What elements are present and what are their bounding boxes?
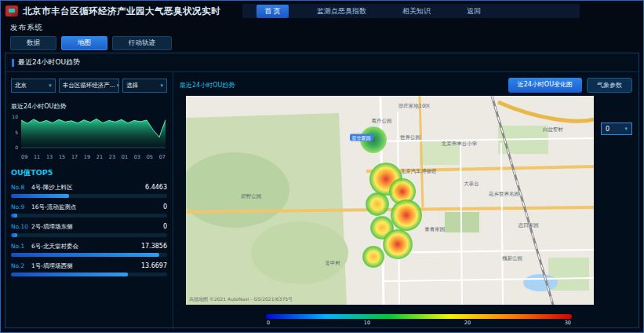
heatmap-blob <box>383 229 413 259</box>
map-place-label: 恋日家园 <box>518 221 539 229</box>
trend-chart: 1050 091113151719212301030507 <box>11 114 167 160</box>
tab-data[interactable]: 数据 <box>10 36 56 50</box>
station-name: 2号-填埋场东侧 <box>31 223 160 231</box>
left-panel: 北京 ▾ 丰台区循环经济产... ▾ 选择 ▾ 最近24小时OU趋势 1050 <box>5 72 173 329</box>
progress-track <box>11 194 167 198</box>
top-navigation: 首 页 监测点恶臭指数 相关知识 返回 <box>242 4 580 18</box>
map-level-select[interactable]: 0 ▾ <box>601 123 632 135</box>
map-place-label: 看丹公园 <box>372 117 392 124</box>
top5-row: No.8 4号-降沙上料区 6.4463 <box>11 184 167 198</box>
progress-fill <box>11 194 69 198</box>
nav-item-home[interactable]: 首 页 <box>257 5 289 18</box>
top5-title: OU值TOP5 <box>11 168 167 178</box>
tab-track[interactable]: 行动轨迹 <box>112 36 172 50</box>
nav-item-back[interactable]: 返回 <box>459 5 489 18</box>
chevron-down-icon: ▾ <box>117 82 120 89</box>
map-title: 最近24小时OU趋势 <box>180 81 235 90</box>
trend-area-chart <box>20 114 167 150</box>
legend-tick-label: 30 <box>565 320 571 326</box>
city-select[interactable]: 北京 ▾ <box>11 79 56 93</box>
progress-track <box>11 214 167 218</box>
map-place-label: 造甲村 <box>325 259 340 266</box>
legend-tick-label: 10 <box>364 320 370 326</box>
top5-row: No.9 16号-流动监测点 0 <box>11 203 167 218</box>
map-level-value: 0 <box>606 126 609 133</box>
legend-ticks: 0102030 <box>266 320 572 326</box>
map-place-label: 槐新公园 <box>502 255 522 262</box>
city-select-value: 北京 <box>15 82 27 90</box>
ou-change-chart-button[interactable]: 近24小时OU变化图 <box>508 78 582 93</box>
rank-label: No.9 <box>11 203 31 210</box>
station-name: 1号-填埋场西侧 <box>31 262 138 270</box>
map-attribution: 高德地图 ©2021 AutoNavi - GS(2021)6375号 <box>189 296 293 303</box>
progress-fill <box>11 253 159 257</box>
x-tick-label: 09 <box>21 154 27 160</box>
legend-tick-label: 0 <box>267 320 270 326</box>
park-select[interactable]: 丰台区循环经济产... ▾ <box>59 79 120 93</box>
progress-track <box>11 233 167 237</box>
app-title: 北京市丰台区循环经济产业园大气恶臭状况实时 <box>23 5 220 17</box>
ou-value: 0 <box>163 203 167 210</box>
progress-fill <box>11 233 17 237</box>
station-name: 4号-降沙上料区 <box>31 184 142 192</box>
publish-system-label: 发布系统 <box>1 20 643 33</box>
progress-track <box>11 253 167 257</box>
chevron-down-icon: ▾ <box>624 126 628 132</box>
map-place-label: 世界公园 <box>400 134 420 141</box>
ou-value: 13.6697 <box>141 262 167 269</box>
map-place-label: 邵庄家地10区 <box>398 103 431 110</box>
rank-label: No.10 <box>11 223 31 230</box>
nav-item-knowledge[interactable]: 相关知识 <box>395 5 438 18</box>
park-select-value: 丰台区循环经济产... <box>63 82 115 90</box>
progress-fill <box>11 214 17 218</box>
chevron-down-icon: ▾ <box>49 82 52 89</box>
heatmap-blob <box>362 246 384 268</box>
x-tick-label: 13 <box>46 154 53 160</box>
y-tick-label: 5 <box>11 130 18 135</box>
x-tick-label: 07 <box>159 154 166 160</box>
station-select[interactable]: 选择 ▾ <box>122 79 167 93</box>
ou-value: 6.4463 <box>145 184 167 191</box>
main-panel: 最近24小时OU趋势 北京 ▾ 丰台区循环经济产... ▾ 选择 ▾ <box>5 53 639 328</box>
heatmap-blob <box>391 199 422 231</box>
accent-bar <box>12 59 14 67</box>
rank-label: No.8 <box>11 184 31 191</box>
nav-item-odor-index[interactable]: 监测点恶臭指数 <box>309 5 374 18</box>
legend-gradient-bar <box>266 314 572 319</box>
top5-row: No.1 6号-北天堂村委会 17.3856 <box>11 243 167 257</box>
rank-label: No.2 <box>11 262 31 269</box>
x-tick-label: 19 <box>84 154 90 160</box>
tab-map[interactable]: 地图 <box>61 36 107 50</box>
x-tick-label: 01 <box>122 154 128 160</box>
x-tick-label: 21 <box>96 154 103 160</box>
map-place-label: 郊野公园 <box>241 192 261 199</box>
heatmap-blob <box>366 192 389 216</box>
map-canvas[interactable]: 邵庄家地10区看丹公园星华夏园世界公园北京市丰台小学白盆窑村北京汽车博物馆大葆台… <box>186 96 594 305</box>
ou-value: 0 <box>163 223 167 230</box>
chart-x-axis: 091113151719212301030507 <box>20 153 167 160</box>
top5-row: No.2 1号-填埋场西侧 13.6697 <box>11 262 167 276</box>
station-select-value: 选择 <box>126 82 138 90</box>
map-place-label: 青青家园 <box>424 226 445 233</box>
x-tick-label: 15 <box>59 154 65 160</box>
map-place-label: 大葆台 <box>464 180 479 187</box>
map-place-label: 北京汽车博物馆 <box>401 167 437 174</box>
region-selectors: 北京 ▾ 丰台区循环经济产... ▾ 选择 ▾ <box>11 79 167 93</box>
map-place-label: 星华夏园 <box>350 134 373 141</box>
ou-color-legend: 0102030 <box>266 314 572 326</box>
app-logo-icon <box>5 5 18 16</box>
station-name: 16号-流动监测点 <box>31 203 160 211</box>
trend-chart-title: 最近24小时OU趋势 <box>11 102 167 111</box>
chart-y-axis: 1050 <box>11 114 18 150</box>
map-place-label: 白盆窑村 <box>543 126 563 133</box>
progress-track <box>11 273 167 276</box>
x-tick-label: 11 <box>34 154 40 160</box>
map-section: 最近24小时OU趋势 近24小时OU变化图 气象参数 <box>173 72 639 329</box>
view-tabs: 数据 地图 行动轨迹 <box>10 36 643 50</box>
y-tick-label: 0 <box>11 145 18 150</box>
weather-params-button[interactable]: 气象参数 <box>587 78 632 93</box>
map-place-label: 花乡世界名园 <box>489 191 519 198</box>
section-header: 最近24小时OU趋势 <box>5 53 639 72</box>
y-tick-label: 10 <box>11 114 18 119</box>
map-background <box>186 96 594 305</box>
